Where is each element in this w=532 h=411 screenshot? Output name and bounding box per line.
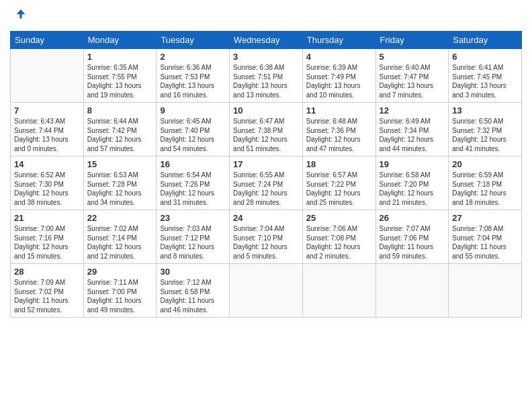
day-number: 25: [306, 213, 372, 223]
cell-content: Sunrise: 6:38 AMSunset: 7:51 PMDaylight:…: [233, 63, 299, 99]
calendar-cell: [375, 264, 449, 318]
header-cell-thursday: Thursday: [302, 32, 375, 49]
calendar-cell: [449, 264, 522, 318]
calendar-cell: 19Sunrise: 6:58 AMSunset: 7:20 PMDayligh…: [375, 156, 449, 210]
page-container: SundayMondayTuesdayWednesdayThursdayFrid…: [0, 0, 532, 324]
day-number: 3: [233, 52, 299, 62]
svg-marker-0: [17, 9, 26, 19]
day-number: 19: [380, 159, 445, 169]
calendar-cell: 11Sunrise: 6:48 AMSunset: 7:36 PMDayligh…: [302, 103, 375, 156]
cell-content: Sunrise: 6:58 AMSunset: 7:20 PMDaylight:…: [380, 171, 445, 207]
day-number: 18: [306, 159, 372, 169]
cell-content: Sunrise: 6:55 AMSunset: 7:24 PMDaylight:…: [233, 171, 299, 207]
calendar-cell: 24Sunrise: 7:04 AMSunset: 7:10 PMDayligh…: [230, 210, 303, 264]
day-number: 27: [452, 213, 518, 223]
calendar-cell: 28Sunrise: 7:09 AMSunset: 7:02 PMDayligh…: [11, 264, 84, 318]
day-number: 22: [87, 213, 153, 223]
calendar-cell: 22Sunrise: 7:02 AMSunset: 7:14 PMDayligh…: [83, 210, 157, 264]
cell-content: Sunrise: 6:36 AMSunset: 7:53 PMDaylight:…: [160, 63, 226, 99]
cell-content: Sunrise: 7:00 AMSunset: 7:16 PMDaylight:…: [14, 224, 80, 261]
day-number: 13: [452, 105, 518, 116]
cell-content: Sunrise: 7:06 AMSunset: 7:08 PMDaylight:…: [306, 224, 372, 261]
calendar-cell: 14Sunrise: 6:52 AMSunset: 7:30 PMDayligh…: [11, 156, 84, 210]
calendar-cell: 4Sunrise: 6:39 AMSunset: 7:49 PMDaylight…: [302, 49, 375, 103]
calendar-cell: 20Sunrise: 6:59 AMSunset: 7:18 PMDayligh…: [449, 156, 522, 210]
calendar-cell: 21Sunrise: 7:00 AMSunset: 7:16 PMDayligh…: [11, 210, 84, 264]
cell-content: Sunrise: 7:09 AMSunset: 7:02 PMDaylight:…: [14, 278, 80, 314]
cell-content: Sunrise: 6:43 AMSunset: 7:44 PMDaylight:…: [14, 117, 80, 153]
day-number: 21: [14, 213, 80, 223]
calendar-cell: 16Sunrise: 6:54 AMSunset: 7:26 PMDayligh…: [157, 156, 230, 210]
day-number: 28: [14, 267, 80, 277]
day-number: 9: [160, 105, 226, 116]
week-row-4: 28Sunrise: 7:09 AMSunset: 7:02 PMDayligh…: [11, 264, 522, 318]
cell-content: Sunrise: 6:54 AMSunset: 7:26 PMDaylight:…: [160, 171, 226, 207]
day-number: 23: [160, 213, 226, 223]
day-number: 26: [380, 213, 445, 223]
week-row-3: 21Sunrise: 7:00 AMSunset: 7:16 PMDayligh…: [11, 210, 522, 264]
week-row-1: 7Sunrise: 6:43 AMSunset: 7:44 PMDaylight…: [11, 103, 522, 156]
cell-content: Sunrise: 6:39 AMSunset: 7:49 PMDaylight:…: [306, 63, 372, 99]
calendar-cell: 26Sunrise: 7:07 AMSunset: 7:06 PMDayligh…: [375, 210, 449, 264]
cell-content: Sunrise: 6:53 AMSunset: 7:28 PMDaylight:…: [87, 171, 153, 207]
calendar-cell: [230, 264, 303, 318]
cell-content: Sunrise: 7:08 AMSunset: 7:04 PMDaylight:…: [452, 224, 518, 261]
calendar-cell: 17Sunrise: 6:55 AMSunset: 7:24 PMDayligh…: [230, 156, 303, 210]
calendar-cell: 9Sunrise: 6:45 AMSunset: 7:40 PMDaylight…: [157, 103, 230, 156]
cell-content: Sunrise: 7:02 AMSunset: 7:14 PMDaylight:…: [87, 224, 153, 261]
calendar-cell: 3Sunrise: 6:38 AMSunset: 7:51 PMDaylight…: [230, 49, 303, 103]
calendar-cell: 10Sunrise: 6:47 AMSunset: 7:38 PMDayligh…: [230, 103, 303, 156]
day-number: 24: [233, 213, 299, 223]
calendar-cell: [302, 264, 375, 318]
cell-content: Sunrise: 6:35 AMSunset: 7:55 PMDaylight:…: [87, 63, 153, 99]
cell-content: Sunrise: 7:11 AMSunset: 7:00 PMDaylight:…: [87, 278, 153, 314]
cell-content: Sunrise: 6:49 AMSunset: 7:34 PMDaylight:…: [380, 117, 445, 153]
calendar-cell: 23Sunrise: 7:03 AMSunset: 7:12 PMDayligh…: [157, 210, 230, 264]
day-number: 2: [160, 52, 226, 62]
week-row-0: 1Sunrise: 6:35 AMSunset: 7:55 PMDaylight…: [11, 49, 522, 103]
day-number: 6: [452, 52, 518, 62]
cell-content: Sunrise: 6:59 AMSunset: 7:18 PMDaylight:…: [452, 171, 518, 207]
day-number: 1: [87, 52, 153, 62]
day-number: 7: [14, 105, 80, 116]
header-cell-tuesday: Tuesday: [157, 32, 230, 49]
header: [10, 7, 522, 26]
day-number: 16: [160, 159, 226, 169]
calendar-cell: 25Sunrise: 7:06 AMSunset: 7:08 PMDayligh…: [302, 210, 375, 264]
calendar-cell: 27Sunrise: 7:08 AMSunset: 7:04 PMDayligh…: [449, 210, 522, 264]
header-cell-sunday: Sunday: [11, 32, 84, 49]
header-cell-wednesday: Wednesday: [230, 32, 303, 49]
calendar-cell: 15Sunrise: 6:53 AMSunset: 7:28 PMDayligh…: [83, 156, 157, 210]
calendar-cell: 1Sunrise: 6:35 AMSunset: 7:55 PMDaylight…: [83, 49, 157, 103]
day-number: 29: [87, 267, 153, 277]
calendar-cell: 6Sunrise: 6:41 AMSunset: 7:45 PMDaylight…: [449, 49, 522, 103]
cell-content: Sunrise: 7:12 AMSunset: 6:58 PMDaylight:…: [160, 278, 226, 314]
day-number: 10: [233, 105, 299, 116]
cell-content: Sunrise: 6:47 AMSunset: 7:38 PMDaylight:…: [233, 117, 299, 153]
calendar-cell: 2Sunrise: 6:36 AMSunset: 7:53 PMDaylight…: [157, 49, 230, 103]
calendar-cell: 29Sunrise: 7:11 AMSunset: 7:00 PMDayligh…: [83, 264, 157, 318]
calendar-cell: 12Sunrise: 6:49 AMSunset: 7:34 PMDayligh…: [375, 103, 449, 156]
calendar-cell: 30Sunrise: 7:12 AMSunset: 6:58 PMDayligh…: [157, 264, 230, 318]
cell-content: Sunrise: 7:07 AMSunset: 7:06 PMDaylight:…: [380, 224, 445, 261]
day-number: 8: [87, 105, 153, 116]
calendar-cell: [11, 49, 84, 103]
header-cell-monday: Monday: [83, 32, 157, 49]
day-number: 11: [306, 105, 372, 116]
header-row: SundayMondayTuesdayWednesdayThursdayFrid…: [11, 32, 522, 49]
logo: [10, 7, 28, 26]
calendar-cell: 18Sunrise: 6:57 AMSunset: 7:22 PMDayligh…: [302, 156, 375, 210]
day-number: 15: [87, 159, 153, 169]
cell-content: Sunrise: 7:04 AMSunset: 7:10 PMDaylight:…: [233, 224, 299, 261]
day-number: 12: [380, 105, 445, 116]
header-cell-saturday: Saturday: [449, 32, 522, 49]
day-number: 17: [233, 159, 299, 169]
day-number: 30: [160, 267, 226, 277]
cell-content: Sunrise: 6:40 AMSunset: 7:47 PMDaylight:…: [380, 63, 445, 99]
week-row-2: 14Sunrise: 6:52 AMSunset: 7:30 PMDayligh…: [11, 156, 522, 210]
calendar-cell: 7Sunrise: 6:43 AMSunset: 7:44 PMDaylight…: [11, 103, 84, 156]
logo-icon: [10, 7, 26, 23]
day-number: 5: [380, 52, 445, 62]
day-number: 20: [452, 159, 518, 169]
calendar-cell: 5Sunrise: 6:40 AMSunset: 7:47 PMDaylight…: [375, 49, 449, 103]
